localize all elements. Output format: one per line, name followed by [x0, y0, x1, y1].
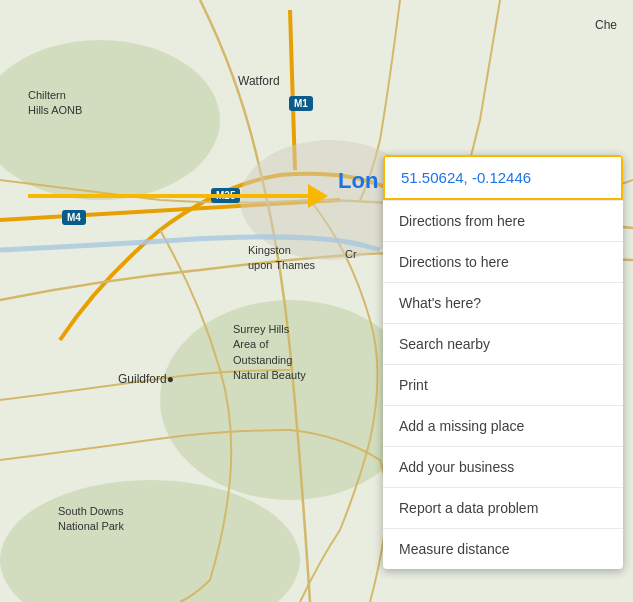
svg-point-2: [160, 300, 420, 500]
menu-item-print[interactable]: Print: [383, 364, 623, 405]
menu-item-report-problem[interactable]: Report a data problem: [383, 487, 623, 528]
menu-item-whats-here[interactable]: What's here?: [383, 282, 623, 323]
location-arrow: [28, 176, 368, 216]
menu-item-directions-from[interactable]: Directions from here: [383, 200, 623, 241]
coordinates-item[interactable]: 51.50624, -0.12446: [383, 155, 623, 200]
menu-item-directions-to[interactable]: Directions to here: [383, 241, 623, 282]
menu-item-add-business[interactable]: Add your business: [383, 446, 623, 487]
context-menu: 51.50624, -0.12446 Directions from hereD…: [383, 155, 623, 569]
menu-item-add-missing-place[interactable]: Add a missing place: [383, 405, 623, 446]
menu-items-container: Directions from hereDirections to hereWh…: [383, 200, 623, 569]
menu-item-measure-distance[interactable]: Measure distance: [383, 528, 623, 569]
menu-item-search-nearby[interactable]: Search nearby: [383, 323, 623, 364]
map-container: M1 M25 M4 Che Watford Lon ChilternHills …: [0, 0, 633, 602]
m1-badge: M1: [289, 96, 313, 111]
